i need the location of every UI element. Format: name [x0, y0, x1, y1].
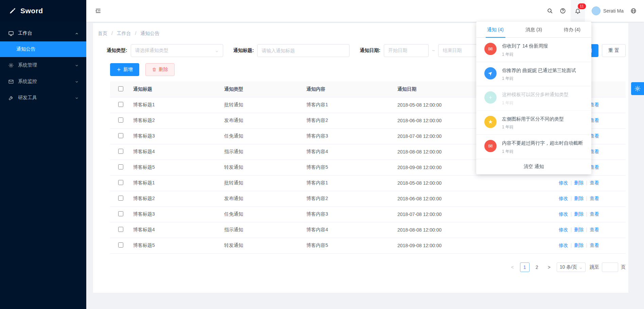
row-checkbox[interactable] — [118, 133, 123, 138]
add-button[interactable]: 新增 — [110, 63, 139, 76]
edit-link[interactable]: 修改 — [559, 180, 568, 185]
select-all-checkbox[interactable] — [118, 86, 123, 91]
language-globe-icon[interactable] — [630, 8, 637, 14]
page-button-1[interactable]: 1 — [520, 262, 530, 272]
view-link[interactable]: 查看 — [590, 211, 599, 217]
clear-notifications-button[interactable]: 清空 通知 — [476, 159, 591, 174]
notification-item[interactable]: ★ 左侧图标用于区分不同的类型 1 年前 — [476, 111, 591, 135]
notice-title-label: 通知标题: — [233, 48, 254, 54]
notification-item[interactable]: ＋ 这种模板可以区分多种通知类型 1 年前 — [476, 86, 591, 111]
edit-link[interactable]: 修改 — [559, 211, 568, 217]
notification-badge: 11 — [577, 3, 586, 10]
select-all-cell — [110, 81, 131, 97]
next-page-button[interactable]: > — [544, 262, 554, 272]
cell-date: 2018-05-08 12:00:00 — [395, 175, 523, 191]
sidebar-item-dev-tools[interactable]: 研发工具 — [0, 90, 86, 106]
help-icon[interactable] — [560, 8, 566, 14]
reset-button[interactable]: 重 置 — [602, 44, 626, 57]
collapse-sidebar-icon[interactable] — [95, 8, 101, 14]
delete-link[interactable]: 删除 — [574, 196, 584, 201]
cell-title: 博客标题2 — [131, 191, 222, 206]
sidebar-subitem-label: 通知公告 — [16, 46, 35, 52]
mail-icon — [8, 79, 14, 85]
star-icon: ★ — [484, 116, 497, 128]
chevron-down-icon — [75, 63, 79, 67]
delete-link[interactable]: 删除 — [574, 227, 584, 232]
row-checkbox[interactable] — [118, 242, 123, 248]
cell-type: 转发通知 — [222, 160, 304, 175]
search-icon[interactable] — [547, 8, 553, 14]
row-checkbox[interactable] — [118, 102, 123, 107]
wrench-icon — [8, 95, 14, 101]
edit-link[interactable]: 修改 — [559, 242, 568, 248]
cell-title: 博客标题3 — [131, 206, 222, 222]
view-link[interactable]: 查看 — [590, 180, 599, 185]
pagination: < 1 2 > 10 条/页 跳至 页 — [93, 262, 626, 272]
sidebar-item-label: 系统管理 — [18, 62, 71, 68]
sidebar-item-system-monitor[interactable]: 系统监控 — [0, 73, 86, 90]
row-checkbox[interactable] — [118, 180, 123, 185]
view-link[interactable]: 查看 — [590, 196, 599, 201]
table-row: 博客标题2 发布通知 博客内容2 2018-06-08 12:00:00 修改|… — [110, 191, 626, 206]
tab-todos[interactable]: 待办 (4) — [553, 22, 591, 37]
notice-type-select[interactable]: 请选择通知类型 — [131, 44, 223, 57]
column-type: 通知类型 — [222, 81, 304, 97]
cell-type: 发布通知 — [222, 113, 304, 128]
app-name: Sword — [20, 7, 43, 15]
sidebar-item-label: 工作台 — [18, 30, 71, 36]
sidebar-item-notice[interactable]: 通知公告 — [0, 41, 86, 57]
delete-link[interactable]: 删除 — [574, 211, 584, 217]
sidebar-item-system-manage[interactable]: 系统管理 — [0, 57, 86, 73]
user-menu[interactable]: Serati Ma — [592, 6, 624, 15]
page-button-2[interactable]: 2 — [532, 262, 542, 272]
cell-title: 博客标题3 — [131, 128, 222, 144]
prev-page-button[interactable]: < — [508, 262, 517, 272]
theme-settings-button[interactable] — [631, 82, 644, 95]
delete-link[interactable]: 删除 — [574, 242, 584, 248]
row-checkbox[interactable] — [118, 117, 123, 123]
desktop-icon — [8, 31, 14, 36]
table-row: 博客标题5 转发通知 博客内容5 2018-09-08 12:00:00 修改|… — [110, 238, 626, 253]
row-checkbox[interactable] — [118, 196, 123, 201]
notice-title-input[interactable] — [257, 44, 350, 57]
view-link[interactable]: 查看 — [590, 242, 599, 248]
chevron-down-icon — [579, 266, 583, 269]
tab-messages[interactable]: 消息 (3) — [515, 22, 553, 37]
cell-title: 博客标题1 — [131, 97, 222, 113]
delete-link[interactable]: 删除 — [574, 180, 584, 185]
sidebar-item-workbench[interactable]: 工作台 — [0, 25, 86, 41]
tab-notices[interactable]: 通知 (4) — [476, 22, 515, 37]
cell-date: 2018-06-08 12:00:00 — [395, 191, 523, 206]
page-size-select[interactable]: 10 条/页 — [557, 262, 586, 272]
notification-item[interactable]: ✉ 内容不要超过两行字，超出时自动截断 1 年前 — [476, 135, 591, 159]
cell-title: 博客标题5 — [131, 238, 222, 253]
sidebar-item-label: 研发工具 — [18, 95, 71, 101]
row-checkbox[interactable] — [118, 149, 123, 154]
notification-item[interactable]: ➤ 你推荐的 曲妮妮 已通过第三轮面试 1 年前 — [476, 62, 591, 87]
paper-plane-icon: ➤ — [484, 67, 497, 79]
breadcrumb-home[interactable]: 首页 — [98, 31, 107, 36]
app-logo[interactable]: Sword — [0, 0, 86, 22]
trash-icon — [152, 67, 157, 72]
notification-item[interactable]: ✉ 你收到了 14 份新周报 1 年前 — [476, 38, 591, 62]
jump-page-input[interactable] — [602, 262, 618, 272]
avatar — [592, 6, 601, 15]
table-row: 博客标题3 任免通知 博客内容3 2018-07-08 12:00:00 修改|… — [110, 206, 626, 222]
user-name: Serati Ma — [603, 8, 624, 14]
chevron-down-icon — [215, 49, 219, 53]
notifications-bell-button[interactable]: 11 — [571, 0, 585, 22]
delete-button[interactable]: 删除 — [145, 63, 175, 76]
view-link[interactable]: 查看 — [590, 227, 599, 232]
edit-link[interactable]: 修改 — [559, 227, 568, 232]
row-checkbox[interactable] — [118, 164, 123, 169]
row-checkbox[interactable] — [118, 211, 123, 216]
notification-dropdown: 通知 (4) 消息 (3) 待办 (4) ✉ 你收到了 14 份新周报 1 年前… — [476, 22, 591, 174]
chevron-down-icon — [75, 96, 79, 100]
breadcrumb-current: 通知公告 — [140, 31, 159, 36]
edit-link[interactable]: 修改 — [559, 196, 568, 201]
date-start-picker[interactable]: 开始日期 — [384, 44, 429, 57]
row-checkbox[interactable] — [118, 227, 123, 232]
workbench-submenu: 通知公告 — [0, 41, 86, 57]
breadcrumb-workbench[interactable]: 工作台 — [117, 31, 131, 36]
cell-title: 博客标题1 — [131, 175, 222, 191]
